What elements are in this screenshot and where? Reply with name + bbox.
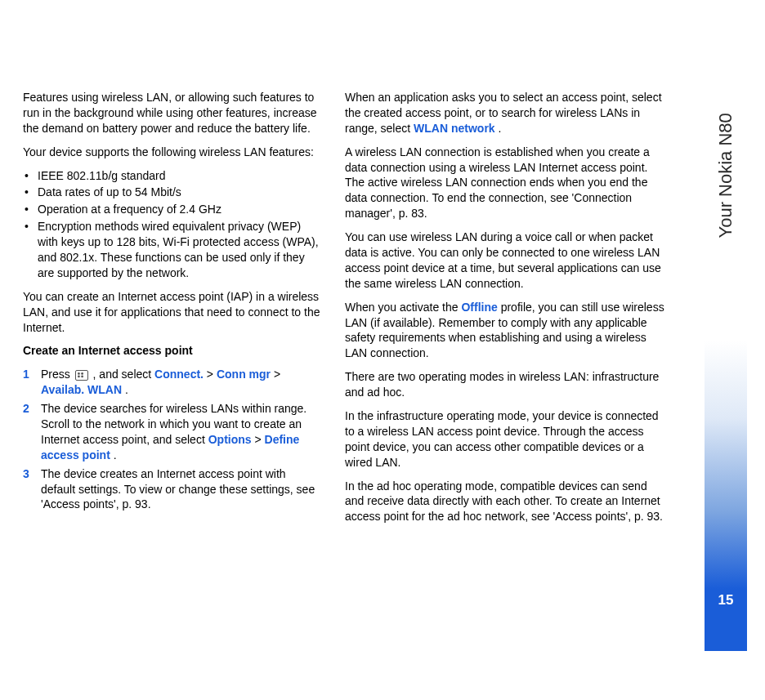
body-text: .	[499, 122, 502, 135]
page-sidebar: Your Nokia N80 15	[705, 0, 747, 700]
body-text: You can use wireless LAN during a voice …	[345, 230, 669, 292]
list-item: IEEE 802.11b/g standard	[23, 168, 322, 184]
right-column: When an application asks you to select a…	[340, 90, 669, 533]
ui-path-link: Connect.	[154, 368, 204, 381]
page-content: Features using wireless LAN, or allowing…	[0, 0, 765, 533]
ui-path-link: Options	[208, 433, 252, 446]
ui-path-link: Availab. WLAN	[41, 383, 122, 396]
body-text: A wireless LAN connection is established…	[345, 145, 669, 221]
body-text: When you activate the Offline profile, y…	[345, 300, 669, 362]
section-heading: Create an Internet access point	[23, 343, 322, 359]
document-title: Your Nokia N80	[714, 113, 738, 238]
page-number: 15	[705, 591, 747, 610]
body-text: Your device supports the following wirel…	[23, 145, 322, 160]
body-text: When an application asks you to select a…	[345, 90, 669, 136]
body-text: When an application asks you to select a…	[345, 91, 662, 135]
list-item: 2 The device searches for wireless LANs …	[23, 401, 322, 463]
separator: >	[254, 433, 264, 446]
step-text: Press	[41, 368, 74, 381]
body-text: In the ad hoc operating mode, compatible…	[345, 479, 669, 525]
list-item: Operation at a frequency of 2.4 GHz	[23, 202, 322, 217]
step-number: 2	[23, 401, 29, 417]
body-text: Features using wireless LAN, or allowing…	[23, 90, 322, 136]
body-text: There are two operating modes in wireles…	[345, 369, 669, 400]
step-number: 3	[23, 466, 29, 482]
step-text: .	[125, 383, 128, 396]
list-item: Encryption methods wired equivalent priv…	[23, 219, 322, 281]
body-text: When you activate the	[345, 301, 461, 314]
list-item: Data rates of up to 54 Mbit/s	[23, 185, 322, 200]
step-text: The device creates an Internet access po…	[41, 467, 315, 511]
ui-link: Offline	[461, 301, 497, 314]
body-text: In the infrastructure operating mode, yo…	[345, 408, 669, 470]
left-column: Features using wireless LAN, or allowing…	[23, 90, 340, 533]
body-text: You can create an Internet access point …	[23, 289, 322, 336]
menu-key-icon	[75, 370, 88, 381]
step-text: .	[114, 448, 117, 461]
list-item: 1 Press , and select Connect. > Conn mgr…	[23, 367, 322, 398]
separator: >	[274, 368, 280, 381]
ui-path-link: Conn mgr	[217, 368, 271, 381]
separator: >	[207, 368, 217, 381]
feature-list: IEEE 802.11b/g standard Data rates of up…	[23, 168, 322, 281]
ui-link: WLAN network	[414, 122, 495, 135]
step-text: , and select	[93, 368, 155, 381]
list-item: 3 The device creates an Internet access …	[23, 466, 322, 513]
steps-list: 1 Press , and select Connect. > Conn mgr…	[23, 367, 322, 512]
step-number: 1	[23, 367, 29, 382]
